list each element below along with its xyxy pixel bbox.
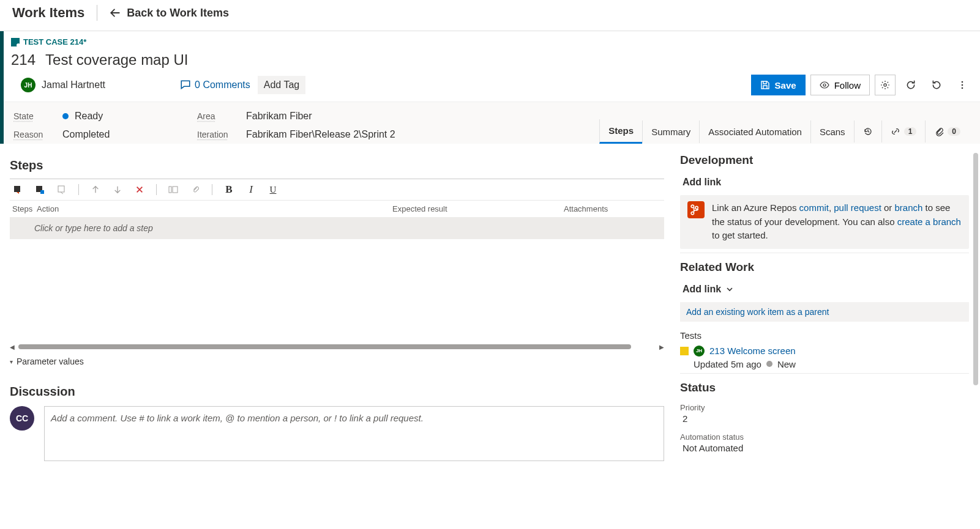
comments-count-label: 0 Comments [195,80,250,91]
tab-summary[interactable]: Summary [642,120,699,143]
test-item-link[interactable]: 213 Welcome screen [709,346,796,356]
chevron-down-icon: ▾ [10,358,13,365]
save-button[interactable]: Save [751,75,806,95]
test-suite-icon [680,347,689,355]
svg-rect-9 [173,187,178,193]
tab-associated-automation[interactable]: Associated Automation [699,120,810,143]
related-add-link-button[interactable]: Add link [680,280,736,298]
underline-button[interactable]: U [267,184,279,195]
priority-label: Priority [680,403,969,412]
steps-heading: Steps [10,158,664,172]
development-add-link-button[interactable]: Add link [680,173,724,191]
add-parent-link[interactable]: Add an existing work item as a parent [680,302,969,322]
steps-horizontal-scrollbar[interactable]: ◀ ▶ [10,343,664,350]
discussion-input[interactable]: Add a comment. Use # to link a work item… [44,406,664,461]
scroll-right-icon[interactable]: ▶ [659,344,664,350]
svg-point-1 [962,81,963,83]
insert-shared-step-button[interactable] [34,184,45,195]
state-dot-icon [766,361,772,367]
reason-label: Reason [13,130,62,139]
parameter-values-toggle[interactable]: ▾ Parameter values [10,357,664,366]
svg-point-3 [962,87,963,89]
work-item-id: 214 [11,51,36,68]
priority-value[interactable]: 2 [680,412,969,424]
history-icon [863,127,873,136]
scroll-track[interactable] [18,344,631,349]
work-item-type-label: TEST CASE 214* [23,37,86,46]
test-owner-avatar: JH [694,346,705,357]
tab-links[interactable]: 1 [881,120,926,142]
discussion-heading: Discussion [10,385,664,399]
branch-link[interactable]: branch [895,202,923,213]
move-down-button[interactable] [112,184,123,195]
add-tag-button[interactable]: Add Tag [258,76,305,94]
test-case-icon [11,38,20,46]
page-heading: Work Items [12,5,97,21]
kebab-icon [957,80,967,90]
automation-status-value[interactable]: Not Automated [680,442,969,453]
back-label: Back to Work Items [127,7,229,20]
status-heading: Status [680,373,969,394]
add-step-placeholder[interactable]: Click or type here to add a step [10,217,664,239]
outdent-button[interactable] [168,184,179,195]
follow-label: Follow [834,80,861,91]
tab-steps[interactable]: Steps [599,119,642,144]
svg-rect-6 [40,190,44,194]
toolbar-separator [212,184,212,195]
settings-button[interactable] [875,75,896,95]
insert-step-button[interactable] [12,184,23,195]
comments-button[interactable]: 0 Comments [180,80,250,91]
iteration-value[interactable]: Fabrikam Fiber\Release 2\Sprint 2 [246,129,395,140]
commit-link[interactable]: commit [799,202,829,213]
reason-value[interactable]: Completed [62,129,110,140]
create-branch-link[interactable]: create a branch [897,216,961,227]
work-item-tabs: Steps Summary Associated Automation Scan… [599,119,969,144]
work-item-title[interactable]: Test coverage map UI [45,51,188,68]
svg-point-0 [884,84,886,86]
bold-button[interactable]: B [223,184,234,195]
revert-button[interactable] [926,75,947,95]
main-panel: Steps B I U Steps Action Expected result… [0,144,674,471]
tab-history[interactable] [854,120,881,142]
pull-request-link[interactable]: pull request [834,202,881,213]
assignee-avatar[interactable]: JH [21,78,36,92]
work-item-header: TEST CASE 214* 214 Test coverage map UI … [0,31,980,144]
refresh-button[interactable] [900,75,921,95]
state-value[interactable]: Ready [62,111,103,122]
vertical-scrollbar[interactable] [971,153,980,471]
italic-button[interactable]: I [245,184,256,195]
tab-scans[interactable]: Scans [810,120,854,143]
back-button[interactable]: Back to Work Items [110,7,229,20]
development-heading: Development [680,154,969,167]
discussion-section: Discussion CC Add a comment. Use # to li… [10,385,664,461]
links-badge: 1 [904,127,917,136]
work-item-fields: State Ready Reason Completed Area Fabrik… [4,102,980,144]
scroll-left-icon[interactable]: ◀ [10,344,15,350]
side-panel: Development Add link Link an Azure Repos… [674,144,980,471]
tab-attachments[interactable]: 0 [925,120,969,142]
link-icon [891,127,900,136]
column-header-steps: Steps [12,204,37,213]
tests-subheading: Tests [680,330,969,341]
area-value[interactable]: Fabrikam Fiber [246,111,312,122]
test-link-item[interactable]: JH 213 Welcome screen [680,346,969,357]
work-item-type-tag[interactable]: TEST CASE 214* [4,35,980,49]
steps-grid: Steps Action Expected result Attachments… [10,201,664,239]
assignee-name[interactable]: Jamal Hartnett [42,80,105,91]
automation-status-label: Automation status [680,432,969,442]
svg-rect-8 [169,187,171,193]
column-header-expected: Expected result [392,204,564,213]
attach-file-button[interactable] [190,184,201,195]
svg-rect-4 [14,186,20,192]
area-label: Area [197,111,246,121]
move-up-button[interactable] [90,184,101,195]
create-shared-steps-button[interactable] [56,184,67,195]
delete-step-button[interactable] [134,184,145,195]
toolbar-separator [78,184,79,195]
more-actions-button[interactable] [952,75,973,95]
attachments-badge: 0 [948,127,960,136]
follow-button[interactable]: Follow [810,75,870,95]
save-icon [760,80,770,90]
comment-icon [180,80,191,91]
refresh-icon [905,80,916,91]
